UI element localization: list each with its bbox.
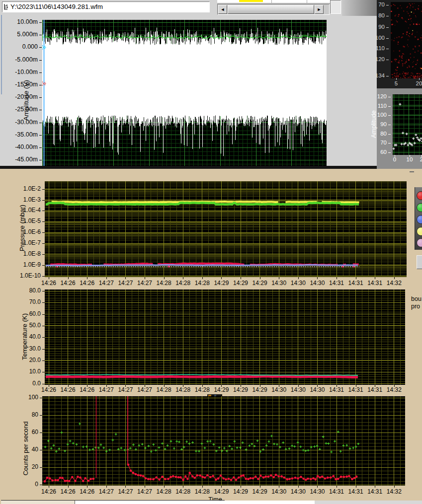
- x-tick-mark: [419, 78, 420, 80]
- pressure-plot-area[interactable]: [45, 181, 407, 277]
- x-tick-label: 14:29: [231, 387, 251, 393]
- led-button-4[interactable]: [417, 238, 422, 247]
- y-tick-label: 100: [8, 394, 38, 401]
- table-sliver-highlight: [239, 0, 263, 2]
- side-button[interactable]: [417, 255, 422, 269]
- table-sliver-divider: [271, 0, 272, 3]
- y-tick-mark: [39, 85, 42, 85]
- x-tick-mark: [394, 277, 395, 279]
- led-button-3[interactable]: [417, 227, 422, 236]
- y-tick-mark: [40, 398, 42, 398]
- x-tick-mark: [125, 385, 126, 387]
- y-tick-mark: [39, 47, 42, 48]
- x-tick-label: 14:32: [384, 280, 404, 287]
- y-tick-label: -30.00m: [8, 119, 38, 126]
- x-tick-label: 14:26: [58, 387, 78, 393]
- counts-plot-area[interactable]: [42, 396, 405, 486]
- led-button-0[interactable]: [417, 191, 422, 200]
- y-tick-label: -20.00m: [8, 94, 38, 100]
- x-tick-mark: [241, 486, 241, 488]
- intensity-plot-area[interactable]: [391, 2, 422, 78]
- y-tick-mark: [388, 152, 391, 153]
- y-tick-label: 30.0: [11, 346, 41, 352]
- x-tick-mark: [375, 385, 375, 387]
- y-tick-mark: [39, 123, 42, 123]
- scrollbar-right-arrow[interactable]: ►: [315, 5, 324, 14]
- x-tick-label: 14:27: [115, 489, 135, 495]
- y-tick-mark: [388, 115, 391, 116]
- y-tick-mark: [388, 125, 391, 125]
- y-tick-label: 100: [357, 112, 387, 118]
- scrollbar-thumb[interactable]: [228, 5, 314, 14]
- x-tick-mark: [87, 486, 87, 488]
- scatter-plot-area[interactable]: [393, 94, 422, 155]
- bottom-clipped-box: [1, 500, 75, 504]
- y-tick-mark: [39, 72, 42, 73]
- x-tick-label: 14:30: [307, 489, 327, 495]
- x-tick-mark: [394, 486, 395, 488]
- x-tick-mark: [164, 277, 165, 279]
- y-tick-label: 80: [355, 12, 385, 19]
- x-tick-mark: [106, 277, 107, 279]
- y-tick-label: 1.0E-6: [11, 229, 41, 235]
- y-tick-label: -5.000m: [8, 57, 38, 63]
- x-tick-label: 14:29: [211, 387, 231, 393]
- y-tick-mark: [42, 254, 45, 255]
- y-tick-label: -35.00m: [8, 132, 38, 138]
- x-tick-mark: [183, 486, 183, 488]
- left-edge-line: [1, 15, 2, 94]
- labview-panel: Y:\2023\11\06\143049.281.wfm ◄ ► Amplitu…: [0, 0, 422, 504]
- x-tick-mark: [356, 277, 356, 279]
- y-tick-label: 80.0: [11, 288, 41, 294]
- horizontal-scrollbar[interactable]: ◄ ►: [217, 4, 330, 15]
- x-tick-mark: [202, 385, 203, 387]
- x-tick-mark: [183, 385, 183, 387]
- x-tick-mark: [68, 385, 69, 387]
- x-tick-mark: [356, 385, 356, 387]
- temperature-plot-area[interactable]: [45, 289, 405, 385]
- x-tick-mark: [49, 486, 49, 488]
- y-tick-mark: [42, 189, 45, 190]
- x-tick-label: 14:28: [154, 387, 174, 393]
- x-tick-mark: [145, 385, 145, 387]
- x-tick-mark: [375, 277, 375, 279]
- x-tick-label: 14:27: [96, 387, 116, 393]
- x-tick-mark: [221, 277, 222, 279]
- x-tick-mark: [106, 385, 107, 387]
- led-button-2[interactable]: [417, 215, 422, 224]
- bottom-clipped-bar: [75, 500, 225, 504]
- led-button-1[interactable]: [417, 203, 422, 212]
- file-path-control[interactable]: Y:\2023\11\06\143049.281.wfm: [2, 1, 210, 12]
- y-tick-mark: [39, 60, 42, 61]
- minimize-dash[interactable]: [410, 171, 414, 172]
- x-tick-label: 2: [412, 156, 422, 163]
- x-tick-label: 14:26: [39, 387, 59, 393]
- y-tick-mark: [42, 243, 45, 244]
- y-tick-label: 100: [355, 35, 385, 41]
- x-tick-mark: [183, 277, 183, 279]
- y-tick-mark: [42, 221, 45, 222]
- y-tick-label: 40: [8, 446, 38, 453]
- waveform-plot-area[interactable]: [42, 20, 327, 166]
- scrollbar-left-arrow[interactable]: ◄: [218, 5, 227, 14]
- x-tick-label: 14:31: [365, 387, 385, 393]
- x-tick-label: 14:26: [77, 489, 97, 495]
- x-tick-label: 14:26: [77, 280, 97, 287]
- y-tick-mark: [42, 337, 45, 338]
- x-tick-mark: [317, 385, 318, 387]
- side-clipped-text-1: bou: [411, 296, 422, 302]
- x-tick-label: 14:30: [288, 387, 308, 393]
- x-tick-label: 14:32: [384, 489, 404, 495]
- x-tick-label: 14:28: [154, 280, 174, 287]
- x-tick-mark: [298, 385, 299, 387]
- y-tick-label: 40.0: [11, 334, 41, 340]
- y-tick-mark: [386, 5, 389, 5]
- x-tick-label: 14:29: [250, 489, 270, 495]
- x-tick-label: 14:30: [269, 387, 289, 393]
- y-tick-label: 20: [8, 464, 38, 470]
- x-tick-label: 14:31: [365, 280, 385, 287]
- x-tick-mark: [202, 277, 203, 279]
- x-tick-label: 14:30: [269, 489, 289, 495]
- y-tick-label: 80: [357, 131, 387, 137]
- x-tick-label: 14:31: [327, 489, 346, 495]
